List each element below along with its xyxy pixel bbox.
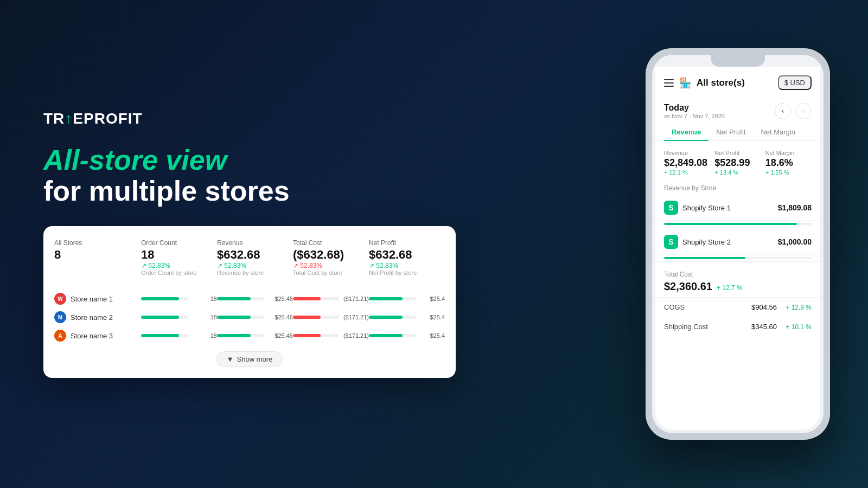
next-arrow-button[interactable]: ›: [795, 103, 812, 119]
date-info: Today vs Nov 7 - Nov 7, 2020: [664, 103, 725, 119]
revenue-sub: Revenue by store: [217, 269, 293, 276]
order-count-sub: Order Count by store: [141, 269, 217, 276]
cogs-right: $904.56 + 12.9 %: [751, 303, 812, 311]
store-name-2: Store name 2: [71, 313, 113, 322]
cost-bar-2: ($171.21): [293, 314, 369, 320]
net-profit-value: $632.68: [369, 248, 445, 262]
store-icon-2: M: [54, 311, 66, 323]
metric-revenue-value: $2,849.08: [664, 157, 710, 169]
total-cost-section-value: $2,360.61: [664, 280, 712, 293]
revenue-bar-1: $25.46: [217, 296, 293, 302]
revenue-by-store-label: Revenue by Store: [655, 180, 820, 195]
shipping-label: Shipping Cost: [664, 323, 708, 331]
nav-arrows: ‹ ›: [775, 103, 812, 119]
metric-net-margin-label: Net Margin: [765, 150, 812, 156]
store-name-cell-2: M Store name 2: [54, 311, 141, 323]
logo: TR↑EPROFIT: [43, 110, 597, 127]
phone-metrics: Revenue $2,849.08 + 12.1 % Net Profit $5…: [655, 141, 820, 180]
shopify-icon-2: S: [664, 235, 678, 249]
order-bar-1: 18: [141, 296, 217, 302]
store-rev-amount-2: $1,000.00: [778, 237, 812, 246]
col-label-revenue: Revenue: [217, 239, 243, 247]
col-order-count: Order Count 18 ↗ 52.83% Order Count by s…: [141, 239, 217, 276]
col-label-order-count: Order Count: [141, 239, 177, 247]
phone-header-left: 🏪 All store(s): [664, 77, 745, 89]
store-name-3: Store name 3: [71, 332, 113, 340]
col-all-stores: All Stores 8: [54, 239, 141, 276]
col-label-net-profit: Net Profit: [369, 239, 396, 247]
store-rev-amount-1: $1,809.08: [778, 203, 812, 212]
headline-normal: for multiple stores: [43, 176, 597, 207]
store-rev-left-1: S Shopify Store 1: [664, 201, 731, 215]
phone-header: 🏪 All store(s) $ USD: [655, 67, 820, 97]
all-stores-table-card: All Stores 8 Order Count 18 ↗ 52.83% Ord…: [43, 226, 456, 378]
currency-button[interactable]: $ USD: [778, 75, 812, 90]
phone-notch: [711, 55, 765, 67]
order-count-pct: ↗ 52.83%: [141, 262, 217, 269]
phone-tabs: Revenue Net Profit Net Margin: [655, 124, 820, 141]
date-sub: vs Nov 7 - Nov 7, 2020: [664, 113, 725, 119]
phone-content: 🏪 All store(s) $ USD Today vs Nov 7 - No…: [655, 67, 820, 430]
total-cost-change: + 12.7 %: [717, 284, 743, 292]
net-profit-sub: Net Profit by store: [369, 269, 445, 276]
table-row: A Store name 3 18 $25.46 ($171.21) $25.4: [54, 326, 445, 345]
store-revenue-item-2: S Shopify Store 2 $1,000.00: [655, 229, 820, 255]
col-label-total-cost: Total Cost: [293, 239, 322, 247]
profit-bar-2: $25.4: [369, 314, 445, 320]
revenue-pct: ↗ 52.83%: [217, 262, 293, 269]
order-count-value: 18: [141, 248, 217, 262]
store-icon-3: A: [54, 330, 66, 342]
store-progress-fill-1: [664, 223, 797, 225]
cogs-pct: + 12.9 %: [783, 304, 812, 311]
order-bar-2: 18: [141, 314, 217, 320]
all-stores-count: 8: [54, 248, 141, 262]
store-icon-1: W: [54, 293, 66, 305]
metric-net-margin-value: 18.6%: [765, 157, 812, 169]
show-more-button[interactable]: ▼ Show more: [216, 351, 283, 367]
date-section: Today vs Nov 7 - Nov 7, 2020 ‹ ›: [655, 97, 820, 124]
profit-bar-3: $25.4: [369, 332, 445, 339]
shopify-icon-1: S: [664, 201, 678, 215]
prev-arrow-button[interactable]: ‹: [775, 103, 791, 119]
store-name-1: Store name 1: [71, 295, 113, 303]
store-name-cell-1: W Store name 1: [54, 293, 141, 305]
shipping-pct: + 10.1 %: [783, 323, 812, 331]
total-cost-value: ($632.68): [293, 248, 369, 262]
tab-revenue[interactable]: Revenue: [664, 124, 709, 140]
shipping-right: $345.60 + 10.1 %: [751, 323, 812, 331]
revenue-bar-2: $25.46: [217, 314, 293, 320]
col-label-all-stores: All Stores: [54, 239, 82, 247]
tab-net-profit[interactable]: Net Profit: [709, 124, 753, 140]
hamburger-icon[interactable]: [664, 79, 674, 87]
store-progress-1: [664, 223, 812, 225]
table-row: W Store name 1 18 $25.46 ($171.21) $25.4: [54, 290, 445, 308]
metric-net-margin: Net Margin 18.6% + 1.55 %: [765, 150, 812, 176]
revenue-value: $632.68: [217, 248, 293, 262]
logo-arrow: ↑: [65, 110, 73, 127]
shipping-value: $345.60: [751, 323, 777, 331]
phone-outer: 🏪 All store(s) $ USD Today vs Nov 7 - No…: [646, 48, 830, 440]
total-cost-section: Total Cost $2,360.61 + 12.7 %: [655, 261, 820, 297]
logo-text: TR↑EPROFIT: [43, 110, 143, 127]
col-revenue: Revenue $632.68 ↗ 52.83% Revenue by stor…: [217, 239, 293, 276]
profit-bar-1: $25.4: [369, 296, 445, 302]
cogs-value: $904.56: [751, 303, 777, 311]
revenue-bar-3: $25.46: [217, 332, 293, 339]
total-cost-section-label: Total Cost: [664, 271, 812, 278]
store-rev-left-2: S Shopify Store 2: [664, 235, 731, 249]
store-progress-2: [664, 257, 812, 259]
metric-net-margin-change: + 1.55 %: [765, 169, 812, 176]
store-progress-fill-2: [664, 257, 745, 259]
right-panel: 🏪 All store(s) $ USD Today vs Nov 7 - No…: [629, 48, 868, 440]
order-bar-3: 18: [141, 332, 217, 339]
cost-row-cogs: COGS $904.56 + 12.9 %: [655, 297, 820, 317]
metric-revenue: Revenue $2,849.08 + 12.1 %: [664, 150, 710, 176]
table-header-row: All Stores 8 Order Count 18 ↗ 52.83% Ord…: [54, 239, 445, 280]
cost-row-shipping: Shipping Cost $345.60 + 10.1 %: [655, 317, 820, 336]
table-divider: [54, 285, 445, 285]
tab-net-margin[interactable]: Net Margin: [753, 124, 803, 140]
col-total-cost: Total Cost ($632.68) ↗ 52.83% Total Cost…: [293, 239, 369, 276]
cogs-label: COGS: [664, 303, 685, 311]
store-rev-name-2: Shopify Store 2: [682, 238, 731, 246]
net-profit-pct: ↗ 52.83%: [369, 262, 445, 269]
